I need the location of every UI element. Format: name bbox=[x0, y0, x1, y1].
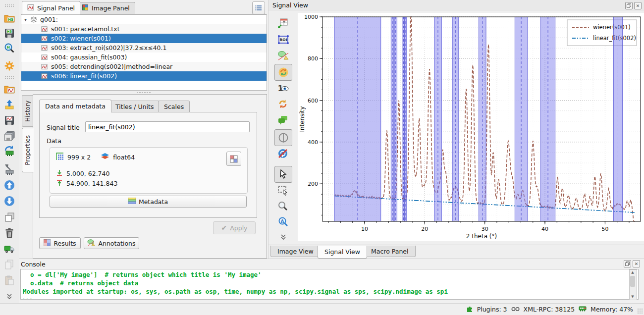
rect-select-tool-icon[interactable] bbox=[277, 185, 289, 197]
tab-macro-panel[interactable]: Macro Panel bbox=[364, 246, 416, 257]
plugins-icon bbox=[466, 305, 473, 314]
copy-icon[interactable] bbox=[3, 259, 15, 270]
tab-data-and-metadata[interactable]: Data and metadata bbox=[39, 100, 111, 112]
zoom-fit-icon[interactable]: A bbox=[277, 216, 289, 228]
console-output[interactable]: o = dl['My image'] # returns object whic… bbox=[20, 269, 639, 300]
toolbar-more-chevron-icon[interactable] bbox=[3, 293, 15, 300]
export-memory-icon[interactable] bbox=[3, 163, 15, 175]
signal-plot-canvas[interactable]: wiener(s001)linear_fit(s002)102030405020… bbox=[298, 13, 644, 241]
tab-titles-units[interactable]: Titles / Units bbox=[109, 101, 160, 112]
console-scrollbar[interactable]: ▲ ▼ bbox=[629, 269, 637, 300]
svg-text:H5: H5 bbox=[8, 18, 13, 22]
more-tools-chevron-icon[interactable] bbox=[277, 234, 289, 241]
signal-tree[interactable]: ▾g001:s001: paracetamol.txts002: wiener(… bbox=[21, 14, 267, 91]
minimum-icon bbox=[56, 169, 63, 178]
pointer-tool-icon[interactable] bbox=[274, 166, 292, 183]
float-panel-icon[interactable] bbox=[625, 2, 633, 9]
roi-band[interactable] bbox=[405, 17, 407, 221]
roi-band[interactable] bbox=[434, 17, 442, 221]
console-line: o = dl['My image'] # returns object whic… bbox=[23, 270, 638, 279]
tree-item-label: s001: paracetamol.txt bbox=[51, 25, 120, 33]
move-down-icon[interactable] bbox=[3, 195, 15, 207]
import-memory-icon[interactable] bbox=[3, 145, 15, 157]
tree-item-s003[interactable]: s003: extract_roi(s002)|37.2≤x≤40.1 bbox=[21, 43, 267, 52]
open-hdf5-icon[interactable]: H5 bbox=[3, 12, 15, 24]
refresh-icon[interactable] bbox=[277, 99, 289, 110]
roi-band[interactable] bbox=[391, 17, 393, 221]
save-signal-icon[interactable] bbox=[3, 114, 15, 126]
view-data-table-button[interactable] bbox=[226, 152, 241, 166]
signal-plot[interactable]: wiener(s001)linear_fit(s002)102030405020… bbox=[298, 13, 644, 241]
signal-title-input[interactable] bbox=[85, 121, 250, 132]
scroll-up-icon[interactable]: ▲ bbox=[630, 270, 636, 275]
signal-view-title: Signal View bbox=[272, 1, 308, 9]
axes-sync-icon[interactable] bbox=[274, 129, 292, 146]
tab-signal-panel[interactable]: Signal Panel bbox=[22, 1, 80, 14]
tree-item-s006[interactable]: s006: linear_fit(s002) bbox=[21, 71, 267, 81]
apply-button[interactable]: ✔ Apply bbox=[213, 221, 256, 234]
annotations-button[interactable]: Annotations bbox=[84, 237, 139, 249]
panel-splitter[interactable] bbox=[21, 91, 266, 94]
tree-item-s005[interactable]: s005: detrending(s002)|method=linear bbox=[21, 62, 267, 71]
tab-history[interactable]: History bbox=[22, 95, 33, 127]
toolbar-grip[interactable] bbox=[4, 4, 14, 7]
resize-grip[interactable] bbox=[637, 308, 643, 314]
tab-scales[interactable]: Scales bbox=[158, 101, 190, 112]
labels-icon[interactable] bbox=[277, 114, 289, 126]
roi-band[interactable] bbox=[479, 17, 486, 221]
annotations-tool-icon[interactable] bbox=[277, 50, 289, 61]
roi-band[interactable] bbox=[452, 17, 458, 221]
save-all-icon[interactable] bbox=[3, 130, 15, 142]
close-panel-icon[interactable]: ✕ bbox=[634, 2, 642, 9]
signal-view-panel: Signal View ✕ ROI 1 bbox=[268, 0, 644, 259]
tab-signal-view[interactable]: Signal View bbox=[318, 246, 367, 259]
roi-tool-icon[interactable]: ROI bbox=[277, 34, 289, 46]
metadata-button[interactable]: Metadata bbox=[50, 196, 247, 208]
panel-menu-button[interactable] bbox=[252, 1, 265, 14]
data-section-label: Data bbox=[47, 137, 61, 145]
roi-band[interactable] bbox=[613, 17, 622, 221]
toolbar-grip[interactable] bbox=[4, 76, 14, 79]
no-rotation-icon[interactable] bbox=[277, 148, 289, 160]
settings-gear-icon[interactable] bbox=[3, 60, 15, 72]
tree-item-label: s005: detrending(s002)|method=linear bbox=[51, 63, 172, 70]
scroll-thumb[interactable] bbox=[630, 276, 635, 287]
image-panel-icon bbox=[82, 4, 89, 12]
expand-arrow-icon[interactable]: ▾ bbox=[24, 17, 30, 22]
curve-stats-icon[interactable] bbox=[277, 18, 289, 30]
auto-refresh-toggle-icon[interactable] bbox=[274, 64, 292, 81]
show-first-only-icon[interactable]: 1 bbox=[277, 83, 289, 95]
tab-image-view[interactable]: Image View bbox=[270, 246, 321, 257]
roi-band[interactable] bbox=[334, 17, 380, 221]
zoom-tool-icon[interactable] bbox=[277, 201, 289, 212]
import-signal-icon[interactable] bbox=[3, 99, 15, 110]
delete-icon[interactable] bbox=[3, 227, 15, 239]
tab-image-panel[interactable]: Image Panel bbox=[76, 2, 135, 14]
tree-item-s001[interactable]: s001: paracetamol.txt bbox=[21, 24, 267, 34]
duplicate-icon[interactable] bbox=[3, 211, 15, 223]
paste-icon[interactable] bbox=[3, 274, 15, 286]
console-float-icon[interactable] bbox=[624, 260, 631, 267]
svg-text:40: 40 bbox=[541, 226, 548, 232]
roi-band[interactable] bbox=[541, 17, 555, 221]
annotations-icon bbox=[87, 239, 95, 248]
delete-all-icon[interactable] bbox=[3, 243, 15, 255]
signal-title-label: Signal title bbox=[47, 124, 80, 131]
svg-text:A: A bbox=[281, 219, 284, 224]
roi-band[interactable] bbox=[403, 17, 404, 221]
results-button[interactable]: Results bbox=[39, 237, 81, 249]
roi-band[interactable] bbox=[515, 17, 527, 221]
scroll-down-icon[interactable]: ▼ bbox=[630, 294, 636, 300]
roi-band[interactable] bbox=[394, 17, 397, 221]
signal-icon bbox=[41, 26, 49, 32]
data-max-row: 54.900, 141.843 bbox=[56, 179, 117, 188]
tree-group-g001[interactable]: ▾g001: bbox=[21, 15, 267, 24]
tab-properties[interactable]: Properties bbox=[22, 128, 34, 172]
console-close-icon[interactable]: ✕ bbox=[633, 260, 640, 267]
open-signal-icon[interactable] bbox=[3, 83, 15, 95]
save-hdf5-icon[interactable]: H5 bbox=[3, 27, 15, 39]
browse-hdf5-icon[interactable]: H bbox=[3, 42, 15, 54]
move-up-icon[interactable] bbox=[3, 179, 15, 191]
tree-item-s004[interactable]: s004: gaussian_fit(s003) bbox=[21, 52, 267, 62]
tree-item-s002[interactable]: s002: wiener(s001) bbox=[21, 34, 267, 43]
